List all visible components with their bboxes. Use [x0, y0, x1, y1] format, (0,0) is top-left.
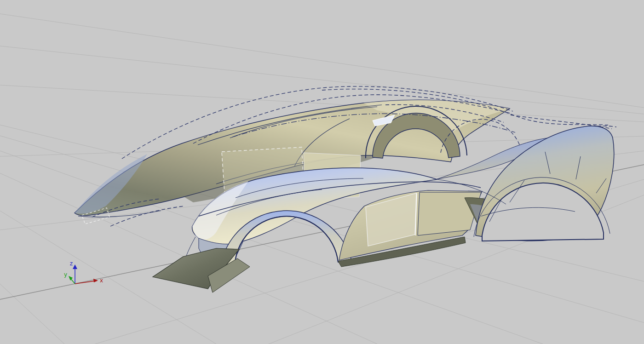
viewport-canvas[interactable]: z x y [0, 0, 644, 344]
x-axis-label: x [100, 277, 103, 284]
y-axis-label: y [64, 271, 67, 278]
z-axis-label: z [70, 260, 73, 267]
